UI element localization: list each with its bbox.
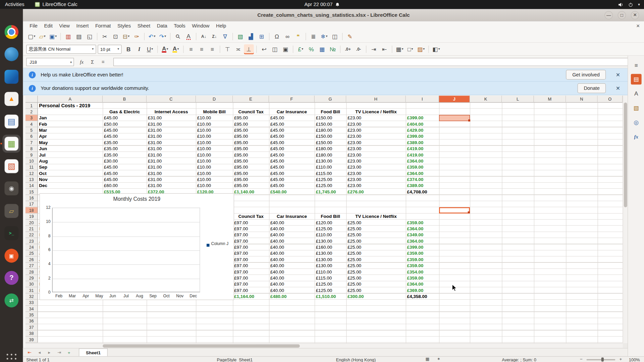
- selection-mode-icon[interactable]: ▦: [426, 357, 430, 361]
- cell-F7[interactable]: £45.00: [269, 139, 284, 145]
- cell-H2[interactable]: TV Licence / Netflix: [346, 109, 406, 115]
- decrease-indent-icon[interactable]: ⇤: [379, 44, 389, 54]
- cell-H31[interactable]: £25.00: [346, 287, 361, 293]
- open-file-icon[interactable]: ▱▾: [37, 32, 47, 41]
- cell-D2[interactable]: Mobile Bill: [196, 109, 233, 115]
- cell-H5[interactable]: £23.00: [346, 127, 361, 133]
- cell-G20[interactable]: £120.00: [315, 220, 332, 226]
- cell-C11[interactable]: £31.00: [147, 164, 162, 170]
- cell-G10[interactable]: £130.00: [315, 158, 332, 164]
- cell-D3[interactable]: £10.00: [196, 115, 211, 121]
- cell-F23[interactable]: £40.00: [269, 238, 284, 244]
- dropdown-arrow-icon[interactable]: ▾: [55, 35, 57, 38]
- properties-deck-icon[interactable]: ▤: [631, 74, 642, 84]
- cell-A13[interactable]: Nov: [38, 177, 48, 183]
- column-header-J[interactable]: J: [439, 96, 470, 103]
- row-header-16[interactable]: 16: [25, 195, 38, 201]
- cell-H21[interactable]: £25.00: [346, 226, 361, 232]
- fill-handle[interactable]: [468, 119, 470, 121]
- cell-E30[interactable]: £97.00: [233, 281, 248, 287]
- font-color-icon[interactable]: A▾: [160, 44, 170, 54]
- cell-H28[interactable]: £25.00: [346, 269, 361, 275]
- cell-A6[interactable]: Apr: [38, 133, 47, 139]
- menu-styles[interactable]: Styles: [114, 21, 134, 31]
- cell-G12[interactable]: £115.00: [315, 170, 332, 176]
- column-header-C[interactable]: C: [147, 96, 196, 103]
- new-document-icon[interactable]: ▢▾: [27, 32, 37, 41]
- cell-A12[interactable]: Oct: [38, 170, 47, 176]
- row-header-32[interactable]: 32: [25, 294, 38, 300]
- paste-icon[interactable]: ⊟▾: [121, 32, 131, 41]
- formula-input[interactable]: [113, 58, 636, 66]
- cell-H7[interactable]: £23.00: [346, 139, 361, 145]
- cell-H8[interactable]: £23.00: [346, 146, 361, 152]
- find-and-replace-icon[interactable]: ⚲: [173, 32, 183, 41]
- libreoffice-impress-icon[interactable]: ▧: [2, 157, 20, 175]
- minimize-button[interactable]: —: [604, 11, 612, 19]
- cell-H12[interactable]: £23.00: [346, 170, 361, 176]
- cell-A7[interactable]: May: [38, 139, 48, 145]
- cell-D13[interactable]: £10.00: [196, 177, 211, 183]
- cell-F20[interactable]: £40.00: [269, 220, 284, 226]
- cell-G22[interactable]: £110.00: [315, 232, 332, 238]
- gimp-icon[interactable]: ◉: [2, 179, 20, 197]
- cell-D14[interactable]: £10.00: [196, 183, 211, 189]
- cell-I20[interactable]: £359.00: [406, 220, 423, 226]
- cell-E6[interactable]: £95.00: [233, 133, 248, 139]
- cell-H24[interactable]: £25.00: [346, 244, 361, 250]
- chevron-down-icon[interactable]: ▾: [117, 47, 119, 51]
- cell-G7[interactable]: £150.00: [315, 139, 332, 145]
- cell-G4[interactable]: £150.00: [315, 121, 332, 127]
- format-as-date-icon[interactable]: ▦: [317, 44, 327, 54]
- row-header-10[interactable]: 10: [25, 158, 38, 164]
- cell-E2[interactable]: Council Tax: [233, 109, 269, 115]
- cell-E10[interactable]: £95.00: [233, 158, 248, 164]
- cell-H14[interactable]: £23.00: [346, 183, 361, 189]
- format-as-currency-icon[interactable]: £▾: [296, 44, 306, 54]
- donate-button[interactable]: Donate: [578, 83, 606, 93]
- highlighting-color-icon[interactable]: A▾: [171, 44, 180, 54]
- cell-E21[interactable]: £97.00: [233, 226, 248, 232]
- row-header-13[interactable]: 13: [25, 177, 38, 183]
- cell-H29[interactable]: £25.00: [346, 275, 361, 281]
- row-header-2[interactable]: 2: [25, 109, 38, 115]
- row-header-33[interactable]: 33: [25, 300, 38, 306]
- cell-I28[interactable]: £354.00: [406, 269, 423, 275]
- toggle-print-preview-icon[interactable]: ◱: [85, 32, 94, 41]
- cell-I5[interactable]: £429.00: [406, 127, 423, 133]
- cell-E25[interactable]: £97.00: [233, 250, 248, 256]
- horizontal-scrollbar[interactable]: [25, 343, 623, 348]
- cell-C9[interactable]: £31.00: [147, 152, 162, 158]
- cell-F14[interactable]: £45.00: [269, 183, 284, 189]
- cell-F22[interactable]: £40.00: [269, 232, 284, 238]
- row-header-6[interactable]: 6: [25, 133, 38, 139]
- merge-cells-icon[interactable]: ▣: [280, 44, 290, 54]
- cell-D10[interactable]: £10.00: [196, 158, 211, 164]
- cell-I31[interactable]: £369.00: [406, 287, 423, 293]
- menu-view[interactable]: View: [56, 21, 73, 31]
- cell-G29[interactable]: £115.00: [315, 275, 332, 281]
- sidebar-settings-icon[interactable]: ≡: [631, 60, 642, 71]
- cell-I6[interactable]: £399.00: [406, 133, 423, 139]
- cell-C8[interactable]: £31.00: [147, 146, 162, 152]
- column-header-E[interactable]: E: [233, 96, 269, 103]
- language-status[interactable]: English (Hong Kong): [336, 357, 376, 362]
- menu-edit[interactable]: Edit: [41, 21, 56, 31]
- row-header-39[interactable]: 39: [25, 337, 38, 343]
- cell-F25[interactable]: £40.00: [269, 250, 284, 256]
- row-header-21[interactable]: 21: [25, 226, 38, 232]
- copy-icon[interactable]: ⊡: [110, 32, 120, 41]
- grid-corner[interactable]: [25, 96, 38, 103]
- row-header-19[interactable]: 19: [25, 214, 38, 220]
- cell-A10[interactable]: Aug: [38, 158, 48, 164]
- cell-I15[interactable]: £4,708.00: [406, 189, 427, 195]
- dropdown-arrow-icon[interactable]: ▾: [154, 35, 155, 38]
- cell-E14[interactable]: £95.00: [233, 183, 248, 189]
- functions-deck-icon[interactable]: fx: [631, 131, 642, 142]
- print-icon[interactable]: ▤: [74, 32, 84, 41]
- cell-F31[interactable]: £40.00: [269, 287, 284, 293]
- menu-data[interactable]: Data: [154, 21, 171, 31]
- cell-G13[interactable]: £125.00: [315, 177, 332, 183]
- cell-F29[interactable]: £40.00: [269, 275, 284, 281]
- cell-G2[interactable]: Food Bill: [315, 109, 346, 115]
